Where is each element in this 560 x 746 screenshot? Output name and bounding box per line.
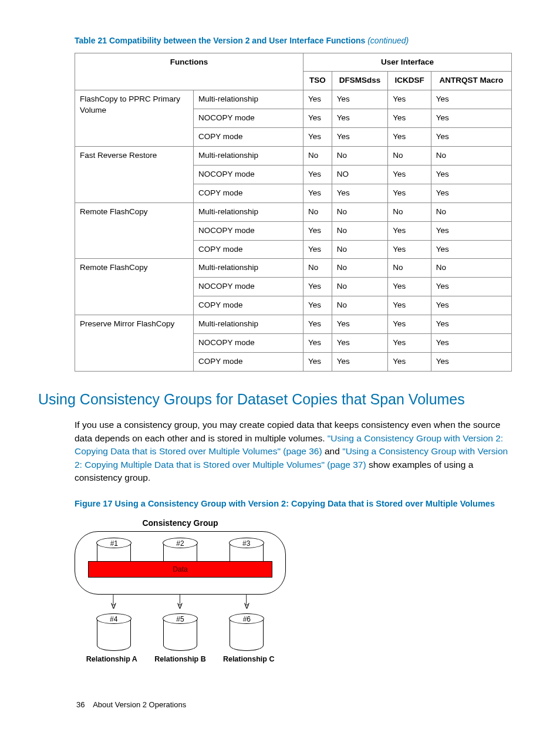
table-row: Remote FlashCopyMulti-relationshipNoNoNo… (75, 259, 512, 278)
footer-title: About Version 2 Operations (93, 700, 186, 709)
value-cell: Yes (303, 109, 332, 128)
value-cell: Yes (332, 333, 388, 352)
value-cell: NO (332, 165, 388, 184)
value-cell: No (332, 296, 388, 315)
relationship-b: Relationship B (146, 654, 215, 665)
value-cell: Yes (303, 278, 332, 296)
value-cell: Yes (431, 240, 511, 259)
value-cell: Yes (388, 90, 431, 109)
caption-continued: (continued) (367, 36, 409, 45)
value-cell: Yes (431, 165, 511, 184)
func-cell: Fast Reverse Restore (75, 147, 194, 203)
value-cell: No (332, 221, 388, 240)
value-cell: Yes (388, 315, 431, 334)
table-caption: Table 21 Compatibility between the Versi… (75, 35, 513, 47)
value-cell: No (431, 147, 511, 166)
value-cell: No (388, 147, 431, 166)
value-cell: Yes (303, 128, 332, 147)
mode-cell: COPY mode (194, 128, 303, 147)
value-cell: No (388, 259, 431, 278)
cylinder-5: #5 (163, 613, 197, 651)
mode-cell: Multi-relationship (194, 315, 303, 334)
value-cell: No (332, 147, 388, 166)
arrows: │∀ │∀ │∀ (75, 596, 286, 609)
th-ickdsf: ICKDSF (388, 72, 431, 90)
value-cell: No (303, 147, 332, 166)
value-cell: Yes (431, 184, 511, 202)
mode-cell: COPY mode (194, 240, 303, 259)
value-cell: No (431, 202, 511, 221)
page-number: 36 (76, 700, 85, 709)
mode-cell: NOCOPY mode (194, 278, 303, 296)
th-functions: Functions (75, 53, 303, 90)
func-cell: Remote FlashCopy (75, 202, 194, 259)
value-cell: Yes (388, 184, 431, 202)
mode-cell: COPY mode (194, 184, 303, 202)
value-cell: No (332, 202, 388, 221)
value-cell: Yes (388, 296, 431, 315)
th-ui: User Interface (303, 53, 512, 72)
value-cell: Yes (431, 352, 511, 371)
page-footer: 36 About Version 2 Operations (76, 700, 186, 710)
value-cell: Yes (332, 128, 388, 147)
data-bar: Data (88, 561, 272, 578)
cylinder-6: #6 (230, 613, 264, 651)
arrow-icon: │∀ (97, 596, 131, 609)
value-cell: Yes (431, 296, 511, 315)
value-cell: Yes (332, 315, 388, 334)
value-cell: No (388, 202, 431, 221)
mode-cell: COPY mode (194, 296, 303, 315)
compatibility-table: Functions User Interface TSO DFSMSdss IC… (75, 53, 512, 372)
value-cell: Yes (388, 333, 431, 352)
th-antrqst: ANTRQST Macro (431, 72, 511, 90)
arrow-icon: │∀ (163, 596, 197, 609)
figure-caption: Figure 17 Using a Consistency Group with… (75, 498, 513, 509)
value-cell: Yes (388, 352, 431, 371)
value-cell: Yes (303, 165, 332, 184)
figure-17: Consistency Group #1 #2 #3 Data │∀ │∀ │∀… (75, 518, 286, 664)
value-cell: Yes (303, 352, 332, 371)
value-cell: Yes (332, 184, 388, 202)
mode-cell: Multi-relationship (194, 147, 303, 166)
value-cell: Yes (431, 278, 511, 296)
table-row: FlashCopy to PPRC Primary VolumeMulti-re… (75, 90, 512, 109)
relationship-labels: Relationship A Relationship B Relationsh… (75, 654, 286, 665)
value-cell: Yes (388, 221, 431, 240)
table-row: Remote FlashCopyMulti-relationshipNoNoNo… (75, 202, 512, 221)
value-cell: Yes (332, 352, 388, 371)
value-cell: Yes (431, 315, 511, 334)
func-cell: Remote FlashCopy (75, 259, 194, 315)
value-cell: Yes (431, 221, 511, 240)
value-cell: Yes (332, 109, 388, 128)
table-row: Fast Reverse RestoreMulti-relationshipNo… (75, 147, 512, 166)
value-cell: No (332, 240, 388, 259)
value-cell: No (332, 278, 388, 296)
relationship-a: Relationship A (77, 654, 146, 665)
table-row: Preserve Mirror FlashCopyMulti-relations… (75, 315, 512, 334)
arrow-icon: │∀ (230, 596, 264, 609)
value-cell: No (303, 202, 332, 221)
value-cell: Yes (332, 90, 388, 109)
consistency-group-title: Consistency Group (75, 518, 286, 529)
value-cell: No (431, 259, 511, 278)
mode-cell: Multi-relationship (194, 90, 303, 109)
value-cell: No (332, 259, 388, 278)
func-cell: FlashCopy to PPRC Primary Volume (75, 90, 194, 147)
value-cell: Yes (388, 128, 431, 147)
mode-cell: Multi-relationship (194, 202, 303, 221)
mode-cell: Multi-relationship (194, 259, 303, 278)
value-cell: Yes (431, 333, 511, 352)
value-cell: Yes (303, 90, 332, 109)
value-cell: Yes (431, 109, 511, 128)
value-cell: No (303, 259, 332, 278)
value-cell: Yes (303, 296, 332, 315)
value-cell: Yes (431, 90, 511, 109)
mode-cell: NOCOPY mode (194, 165, 303, 184)
value-cell: Yes (303, 333, 332, 352)
relationship-c: Relationship C (214, 654, 283, 665)
cylinder-4: #4 (97, 613, 131, 651)
para-mid: and (322, 446, 342, 456)
body-paragraph: If you use a consistency group, you may … (75, 418, 513, 484)
caption-text: Table 21 Compatibility between the Versi… (75, 36, 365, 45)
consistency-group-box: #1 #2 #3 Data (75, 531, 286, 595)
